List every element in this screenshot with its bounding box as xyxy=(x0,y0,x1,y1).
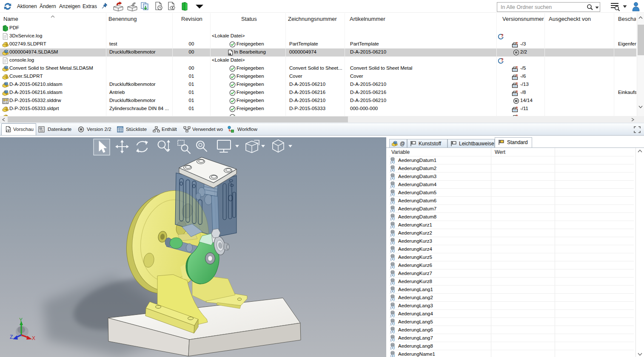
svg-text:(x): (x) xyxy=(390,241,395,245)
svg-text:(x): (x) xyxy=(390,224,395,229)
svg-text:(x): (x) xyxy=(390,216,395,221)
svg-text:(x): (x) xyxy=(390,249,395,253)
svg-text:(x): (x) xyxy=(390,289,395,293)
svg-text:(x): (x) xyxy=(390,184,395,188)
svg-text:(x): (x) xyxy=(390,168,395,172)
svg-text:X: X xyxy=(32,335,35,341)
svg-text:(x): (x) xyxy=(390,232,395,237)
svg-text:(x): (x) xyxy=(390,160,395,164)
svg-text:(x): (x) xyxy=(390,273,395,277)
svg-text:(x): (x) xyxy=(390,208,395,212)
svg-text:(x): (x) xyxy=(390,265,395,269)
svg-text:(x): (x) xyxy=(390,305,395,309)
svg-text:(x): (x) xyxy=(390,297,395,301)
svg-text:Z: Z xyxy=(10,334,13,340)
svg-text:(x): (x) xyxy=(390,200,395,204)
svg-text:(x): (x) xyxy=(390,281,395,285)
svg-text:(x): (x) xyxy=(390,176,395,180)
svg-text:(x): (x) xyxy=(390,337,395,342)
svg-text:(x): (x) xyxy=(390,354,395,357)
svg-text:(x): (x) xyxy=(390,313,395,317)
svg-text:(x): (x) xyxy=(390,329,395,334)
svg-text:(x): (x) xyxy=(390,192,395,196)
svg-text:(x): (x) xyxy=(390,321,395,326)
svg-text:Y: Y xyxy=(19,317,23,323)
svg-text:(x): (x) xyxy=(390,346,395,350)
svg-text:(x): (x) xyxy=(390,257,395,261)
